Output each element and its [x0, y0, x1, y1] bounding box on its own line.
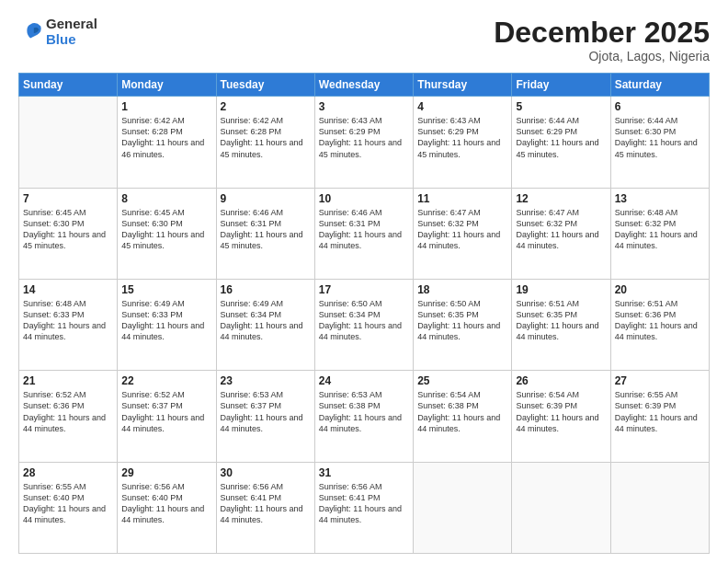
- cell-details: Sunrise: 6:49 AMSunset: 6:34 PMDaylight:…: [221, 298, 311, 343]
- cell-details: Sunrise: 6:44 AMSunset: 6:29 PMDaylight:…: [516, 115, 606, 160]
- calendar-week-row: 7Sunrise: 6:45 AMSunset: 6:30 PMDaylight…: [19, 188, 710, 279]
- cell-details: Sunrise: 6:51 AMSunset: 6:35 PMDaylight:…: [516, 298, 606, 343]
- logo-icon: [18, 19, 44, 45]
- logo-blue-text: Blue: [46, 32, 97, 48]
- calendar-cell: 22Sunrise: 6:52 AMSunset: 6:37 PMDayligh…: [118, 371, 216, 462]
- calendar-cell: 8Sunrise: 6:45 AMSunset: 6:30 PMDaylight…: [118, 188, 216, 279]
- cell-details: Sunrise: 6:44 AMSunset: 6:30 PMDaylight:…: [615, 115, 705, 160]
- month-title: December 2025: [494, 17, 710, 49]
- day-number: 5: [516, 100, 606, 113]
- day-number: 13: [615, 192, 705, 205]
- cell-details: Sunrise: 6:55 AMSunset: 6:40 PMDaylight:…: [23, 481, 113, 526]
- calendar-cell: 6Sunrise: 6:44 AMSunset: 6:30 PMDaylight…: [610, 97, 709, 188]
- calendar-cell: 29Sunrise: 6:56 AMSunset: 6:40 PMDayligh…: [118, 462, 216, 553]
- cell-details: Sunrise: 6:47 AMSunset: 6:32 PMDaylight:…: [516, 207, 606, 252]
- day-number: 3: [319, 100, 409, 113]
- cell-details: Sunrise: 6:43 AMSunset: 6:29 PMDaylight:…: [319, 115, 409, 160]
- calendar-cell: 16Sunrise: 6:49 AMSunset: 6:34 PMDayligh…: [216, 279, 314, 370]
- calendar-cell: 31Sunrise: 6:56 AMSunset: 6:41 PMDayligh…: [314, 462, 413, 553]
- cell-details: Sunrise: 6:48 AMSunset: 6:33 PMDaylight:…: [23, 298, 113, 343]
- header-friday: Friday: [512, 74, 610, 97]
- cell-details: Sunrise: 6:45 AMSunset: 6:30 PMDaylight:…: [23, 207, 113, 252]
- calendar-cell: [19, 97, 118, 188]
- cell-details: Sunrise: 6:47 AMSunset: 6:32 PMDaylight:…: [417, 207, 507, 252]
- cell-details: Sunrise: 6:46 AMSunset: 6:31 PMDaylight:…: [319, 207, 409, 252]
- calendar-cell: 1Sunrise: 6:42 AMSunset: 6:28 PMDaylight…: [118, 97, 216, 188]
- day-number: 11: [417, 192, 507, 205]
- cell-details: Sunrise: 6:48 AMSunset: 6:32 PMDaylight:…: [615, 207, 705, 252]
- cell-details: Sunrise: 6:49 AMSunset: 6:33 PMDaylight:…: [121, 298, 211, 343]
- cell-details: Sunrise: 6:42 AMSunset: 6:28 PMDaylight:…: [221, 115, 311, 160]
- header-tuesday: Tuesday: [216, 74, 314, 97]
- header-wednesday: Wednesday: [314, 74, 413, 97]
- day-number: 1: [121, 100, 211, 113]
- cell-details: Sunrise: 6:56 AMSunset: 6:41 PMDaylight:…: [319, 481, 409, 526]
- calendar-cell: [414, 462, 512, 553]
- calendar-cell: 3Sunrise: 6:43 AMSunset: 6:29 PMDaylight…: [314, 97, 413, 188]
- day-number: 27: [615, 374, 705, 387]
- header-sunday: Sunday: [19, 74, 118, 97]
- cell-details: Sunrise: 6:55 AMSunset: 6:39 PMDaylight:…: [615, 389, 705, 434]
- day-number: 26: [516, 374, 606, 387]
- calendar-cell: 17Sunrise: 6:50 AMSunset: 6:34 PMDayligh…: [314, 279, 413, 370]
- day-number: 28: [23, 466, 113, 479]
- day-number: 24: [319, 374, 409, 387]
- calendar-cell: 7Sunrise: 6:45 AMSunset: 6:30 PMDaylight…: [19, 188, 118, 279]
- day-number: 19: [516, 283, 606, 296]
- day-number: 14: [23, 283, 113, 296]
- weekday-header-row: Sunday Monday Tuesday Wednesday Thursday…: [19, 74, 710, 97]
- calendar-cell: 4Sunrise: 6:43 AMSunset: 6:29 PMDaylight…: [414, 97, 512, 188]
- cell-details: Sunrise: 6:54 AMSunset: 6:38 PMDaylight:…: [417, 389, 507, 434]
- header-thursday: Thursday: [414, 74, 512, 97]
- calendar-cell: 12Sunrise: 6:47 AMSunset: 6:32 PMDayligh…: [512, 188, 610, 279]
- day-number: 30: [221, 466, 311, 479]
- cell-details: Sunrise: 6:46 AMSunset: 6:31 PMDaylight:…: [221, 207, 311, 252]
- calendar-cell: 20Sunrise: 6:51 AMSunset: 6:36 PMDayligh…: [610, 279, 709, 370]
- day-number: 8: [121, 192, 211, 205]
- cell-details: Sunrise: 6:54 AMSunset: 6:39 PMDaylight:…: [516, 389, 606, 434]
- cell-details: Sunrise: 6:53 AMSunset: 6:38 PMDaylight:…: [319, 389, 409, 434]
- day-number: 16: [221, 283, 311, 296]
- calendar-cell: 30Sunrise: 6:56 AMSunset: 6:41 PMDayligh…: [216, 462, 314, 553]
- calendar-cell: 14Sunrise: 6:48 AMSunset: 6:33 PMDayligh…: [19, 279, 118, 370]
- location: Ojota, Lagos, Nigeria: [494, 49, 710, 63]
- calendar-cell: 9Sunrise: 6:46 AMSunset: 6:31 PMDaylight…: [216, 188, 314, 279]
- logo-text: General Blue: [46, 17, 97, 47]
- day-number: 25: [417, 374, 507, 387]
- cell-details: Sunrise: 6:45 AMSunset: 6:30 PMDaylight:…: [121, 207, 211, 252]
- day-number: 31: [319, 466, 409, 479]
- logo-general-text: General: [46, 17, 97, 32]
- header: General Blue December 2025 Ojota, Lagos,…: [18, 17, 710, 63]
- calendar-cell: 13Sunrise: 6:48 AMSunset: 6:32 PMDayligh…: [610, 188, 709, 279]
- calendar-cell: 26Sunrise: 6:54 AMSunset: 6:39 PMDayligh…: [512, 371, 610, 462]
- calendar-cell: 2Sunrise: 6:42 AMSunset: 6:28 PMDaylight…: [216, 97, 314, 188]
- day-number: 29: [121, 466, 211, 479]
- day-number: 18: [417, 283, 507, 296]
- cell-details: Sunrise: 6:52 AMSunset: 6:36 PMDaylight:…: [23, 389, 113, 434]
- calendar-cell: 28Sunrise: 6:55 AMSunset: 6:40 PMDayligh…: [19, 462, 118, 553]
- day-number: 10: [319, 192, 409, 205]
- calendar-week-row: 1Sunrise: 6:42 AMSunset: 6:28 PMDaylight…: [19, 97, 710, 188]
- cell-details: Sunrise: 6:50 AMSunset: 6:35 PMDaylight:…: [417, 298, 507, 343]
- calendar-table: Sunday Monday Tuesday Wednesday Thursday…: [18, 73, 710, 554]
- cell-details: Sunrise: 6:43 AMSunset: 6:29 PMDaylight:…: [417, 115, 507, 160]
- calendar-cell: 5Sunrise: 6:44 AMSunset: 6:29 PMDaylight…: [512, 97, 610, 188]
- title-block: December 2025 Ojota, Lagos, Nigeria: [494, 17, 710, 63]
- calendar-cell: 21Sunrise: 6:52 AMSunset: 6:36 PMDayligh…: [19, 371, 118, 462]
- day-number: 17: [319, 283, 409, 296]
- calendar-cell: 11Sunrise: 6:47 AMSunset: 6:32 PMDayligh…: [414, 188, 512, 279]
- calendar-cell: 24Sunrise: 6:53 AMSunset: 6:38 PMDayligh…: [314, 371, 413, 462]
- day-number: 21: [23, 374, 113, 387]
- calendar-cell: 19Sunrise: 6:51 AMSunset: 6:35 PMDayligh…: [512, 279, 610, 370]
- calendar-cell: 18Sunrise: 6:50 AMSunset: 6:35 PMDayligh…: [414, 279, 512, 370]
- cell-details: Sunrise: 6:56 AMSunset: 6:41 PMDaylight:…: [221, 481, 311, 526]
- calendar-week-row: 28Sunrise: 6:55 AMSunset: 6:40 PMDayligh…: [19, 462, 710, 553]
- cell-details: Sunrise: 6:42 AMSunset: 6:28 PMDaylight:…: [121, 115, 211, 160]
- day-number: 23: [221, 374, 311, 387]
- day-number: 6: [615, 100, 705, 113]
- calendar-cell: [512, 462, 610, 553]
- cell-details: Sunrise: 6:50 AMSunset: 6:34 PMDaylight:…: [319, 298, 409, 343]
- day-number: 9: [221, 192, 311, 205]
- calendar-cell: 27Sunrise: 6:55 AMSunset: 6:39 PMDayligh…: [610, 371, 709, 462]
- calendar-cell: 23Sunrise: 6:53 AMSunset: 6:37 PMDayligh…: [216, 371, 314, 462]
